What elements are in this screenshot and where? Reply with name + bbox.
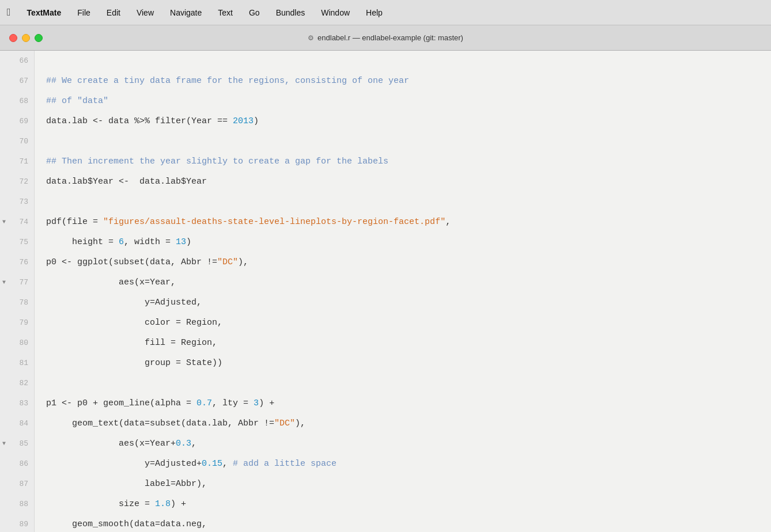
close-button[interactable] xyxy=(9,34,17,42)
code-token: , xyxy=(191,434,196,454)
code-token: , xyxy=(222,454,233,474)
code-line: ## Then increment the year slightly to c… xyxy=(46,151,771,172)
code-token: data.lab xyxy=(46,111,88,131)
menu-file[interactable]: File xyxy=(75,7,93,18)
code-area[interactable]: ## We create a tiny data frame for the r… xyxy=(35,51,771,532)
code-line: color = Region, xyxy=(46,313,771,333)
code-token: y=Adjusted+ xyxy=(46,454,202,474)
code-token: ), xyxy=(238,252,248,272)
fold-arrow-icon[interactable]: ▼ xyxy=(2,434,6,454)
line-number: 69 xyxy=(0,111,34,131)
code-line: pdf(file = "figures/assault-deaths-state… xyxy=(46,212,771,232)
code-token: 0.7 xyxy=(196,393,212,413)
code-token: (subset(data, Abbr != xyxy=(108,252,217,272)
editor[interactable]: 6667686970717273▼747576▼7778798081828384… xyxy=(0,51,771,532)
menu-textmate[interactable]: TextMate xyxy=(25,7,64,18)
line-number: 68 xyxy=(0,91,34,111)
code-line: ## of "data" xyxy=(46,91,771,111)
code-line xyxy=(46,192,771,212)
code-line: y=Adjusted, xyxy=(46,292,771,313)
title-label: endlabel.r — endlabel-example (git: mast… xyxy=(318,33,463,42)
code-token: data xyxy=(108,111,129,131)
code-line: data.lab$Year <- data.lab$Year xyxy=(46,172,771,192)
line-number: 84 xyxy=(0,413,34,434)
code-line: height = 6, width = 13) xyxy=(46,232,771,252)
line-number: 76 xyxy=(0,252,34,272)
code-token: ) + xyxy=(171,494,186,514)
code-line: fill = Region, xyxy=(46,333,771,353)
menu-view[interactable]: View xyxy=(134,7,156,18)
line-number: 80 xyxy=(0,333,34,353)
code-line xyxy=(46,131,771,151)
code-line xyxy=(46,51,771,71)
code-token: group = State)) xyxy=(46,353,222,373)
menu-go[interactable]: Go xyxy=(247,7,262,18)
menu-text[interactable]: Text xyxy=(216,7,235,18)
code-line: size = 1.8) + xyxy=(46,494,771,514)
code-token: geom_text(data=subset(data.lab, Abbr != xyxy=(46,413,274,434)
code-token: height = xyxy=(46,232,119,252)
titlebar: ⚙ endlabel.r — endlabel-example (git: ma… xyxy=(0,25,771,51)
line-number: ▼85 xyxy=(0,434,34,454)
code-token: 6 xyxy=(119,232,124,252)
line-number: 86 xyxy=(0,454,34,474)
code-token: size = xyxy=(46,494,155,514)
code-token: ) xyxy=(254,111,259,131)
menu-help[interactable]: Help xyxy=(364,7,385,18)
code-token: p1 xyxy=(46,393,56,413)
code-token: "DC" xyxy=(217,252,238,272)
line-number: 83 xyxy=(0,393,34,413)
code-token: p0 + geom_line(alpha = xyxy=(77,393,196,413)
line-number: 66 xyxy=(0,51,34,71)
menubar:  TextMate File Edit View Navigate Text … xyxy=(0,0,771,25)
code-token: pdf xyxy=(46,212,62,232)
code-token: %>% xyxy=(129,111,155,131)
code-line: geom_text(data=subset(data.lab, Abbr !="… xyxy=(46,413,771,434)
code-token: 13 xyxy=(176,232,186,252)
code-token: label=Abbr), xyxy=(46,474,207,494)
apple-logo-icon[interactable]:  xyxy=(7,6,11,18)
code-token: 0.15 xyxy=(202,454,222,474)
code-line: geom_smooth(data=data.neg, xyxy=(46,514,771,532)
code-token: (Year == xyxy=(186,111,233,131)
line-number: 78 xyxy=(0,292,34,313)
line-number: 87 xyxy=(0,474,34,494)
window-title: ⚙ endlabel.r — endlabel-example (git: ma… xyxy=(308,33,463,42)
code-line: ## We create a tiny data frame for the r… xyxy=(46,71,771,91)
code-token: # add a little space xyxy=(233,454,337,474)
code-line: p1 <- p0 + geom_line(alpha = 0.7, lty = … xyxy=(46,393,771,413)
menu-navigate[interactable]: Navigate xyxy=(168,7,204,18)
code-token: ## Then increment the year slightly to c… xyxy=(46,151,388,172)
code-line xyxy=(46,373,771,393)
code-token: 1.8 xyxy=(155,494,171,514)
code-token: 2013 xyxy=(233,111,254,131)
code-token: geom_smooth(data=data.neg, xyxy=(46,514,207,532)
code-token: 0.3 xyxy=(176,434,191,454)
line-number: 79 xyxy=(0,313,34,333)
code-token: ) xyxy=(186,232,191,252)
code-token: aes(x=Year+ xyxy=(46,434,176,454)
line-number: 70 xyxy=(0,131,34,151)
menu-bundles[interactable]: Bundles xyxy=(274,7,308,18)
fold-arrow-icon[interactable]: ▼ xyxy=(2,272,6,292)
line-number: 71 xyxy=(0,151,34,172)
menu-edit[interactable]: Edit xyxy=(104,7,123,18)
code-token: , xyxy=(445,212,451,232)
code-token: y=Adjusted, xyxy=(46,292,202,313)
code-token: filter xyxy=(155,111,186,131)
line-number: 82 xyxy=(0,373,34,393)
minimize-button[interactable] xyxy=(22,34,30,42)
code-token: fill = Region, xyxy=(46,333,217,353)
fold-arrow-icon[interactable]: ▼ xyxy=(2,212,6,232)
line-number: ▼77 xyxy=(0,272,34,292)
line-number: ▼74 xyxy=(0,212,34,232)
menu-window[interactable]: Window xyxy=(319,7,352,18)
code-token: (file = xyxy=(62,212,103,232)
code-line: y=Adjusted+0.15, # add a little space xyxy=(46,454,771,474)
code-token: ## We create a tiny data frame for the r… xyxy=(46,71,409,91)
code-token: <- xyxy=(88,111,108,131)
code-token: aes(x=Year, xyxy=(46,272,176,292)
line-number: 72 xyxy=(0,172,34,192)
maximize-button[interactable] xyxy=(35,34,43,42)
line-number: 73 xyxy=(0,192,34,212)
